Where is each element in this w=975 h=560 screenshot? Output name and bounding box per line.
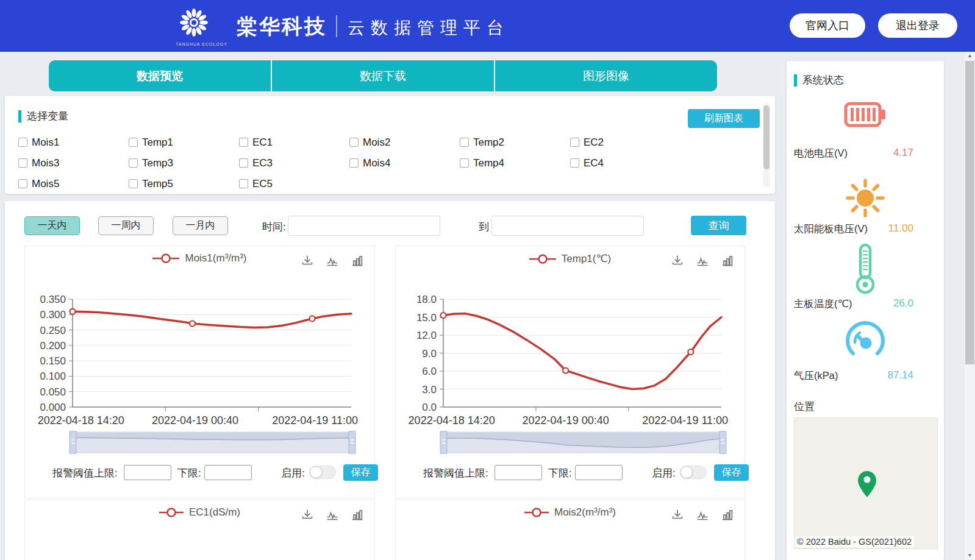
- save-threshold-button[interactable]: 保存: [714, 464, 749, 481]
- line-chart-icon[interactable]: [325, 508, 340, 522]
- checkbox-label: Mois4: [363, 157, 390, 169]
- metric-value: 87.14: [887, 369, 913, 383]
- upper-threshold-label: 报警阈值上限:: [423, 466, 488, 480]
- chart-panel-temp1: Temp1(℃) 0.03.06.09.012.015.018.02022-04…: [395, 246, 745, 498]
- svg-text:15.0: 15.0: [416, 312, 437, 324]
- datazoom-slider[interactable]: [440, 431, 727, 456]
- lower-threshold-input[interactable]: [204, 465, 252, 480]
- variable-checkbox-ec5[interactable]: EC5: [239, 177, 349, 190]
- chart-panel-mois1: Mois1(m³/m³) 0.0000.0500.1000.1500.2000.…: [24, 246, 375, 498]
- range-one-month-button[interactable]: 一月内: [173, 216, 228, 235]
- svg-text:0.350: 0.350: [40, 294, 66, 305]
- variable-checkbox-temp3[interactable]: Temp3: [129, 157, 239, 169]
- line-chart-mois1[interactable]: 0.0000.0500.1000.1500.2000.2500.3000.350…: [25, 271, 376, 438]
- checkbox-icon[interactable]: [129, 138, 138, 147]
- checkbox-label: Temp1: [142, 136, 173, 149]
- upper-threshold-input[interactable]: [124, 465, 171, 480]
- line-chart-temp1[interactable]: 0.03.06.09.012.015.018.02022-04-18 14:20…: [396, 271, 746, 438]
- checkbox-icon[interactable]: [129, 179, 138, 188]
- variable-checkbox-mois2[interactable]: Mois2: [349, 136, 460, 149]
- refresh-charts-button[interactable]: 刷新图表: [688, 109, 760, 128]
- download-icon[interactable]: [300, 253, 315, 268]
- tab-data-download[interactable]: 数据下载: [271, 60, 494, 91]
- bar-chart-icon[interactable]: [720, 508, 735, 522]
- page-scrollbar[interactable]: ▲ ▼: [965, 52, 975, 560]
- download-icon[interactable]: [300, 508, 315, 522]
- enable-toggle[interactable]: [309, 466, 336, 479]
- logout-button[interactable]: 退出登录: [878, 13, 957, 38]
- variable-checkbox-ec3[interactable]: EC3: [239, 157, 349, 169]
- time-to-input[interactable]: [491, 216, 644, 236]
- sun-icon: [787, 175, 944, 221]
- bar-chart-icon[interactable]: [720, 253, 735, 268]
- svg-text:2022-04-18 14:20: 2022-04-18 14:20: [409, 414, 495, 427]
- battery-voltage-row: 电池电压(V) 4.17: [794, 147, 937, 160]
- time-from-input[interactable]: [288, 216, 440, 236]
- checkbox-icon[interactable]: [460, 138, 469, 147]
- datazoom-slider[interactable]: [69, 431, 356, 456]
- line-chart-icon[interactable]: [325, 253, 340, 268]
- chart-toolbox: [300, 508, 365, 522]
- variable-checkbox-temp5[interactable]: Temp5: [129, 177, 239, 190]
- tab-graphics[interactable]: 图形图像: [494, 60, 717, 91]
- checkbox-icon[interactable]: [570, 138, 579, 147]
- line-chart-icon[interactable]: [695, 508, 710, 522]
- page-scrollbar-thumb[interactable]: [965, 61, 974, 364]
- location-map[interactable]: © 2022 Baidu - GS(2021)602: [794, 417, 938, 549]
- checkbox-icon[interactable]: [18, 138, 27, 147]
- toggle-knob[interactable]: [680, 466, 693, 478]
- checkbox-label: EC4: [584, 157, 604, 169]
- variable-checkbox-mois4[interactable]: Mois4: [349, 157, 460, 169]
- variable-checkbox-mois3[interactable]: Mois3: [18, 157, 129, 169]
- svg-text:0.000: 0.000: [40, 402, 66, 413]
- variables-scrollbar[interactable]: [763, 103, 770, 187]
- variable-checkbox-temp1[interactable]: Temp1: [129, 136, 239, 149]
- tab-bar: 数据预览 数据下载 图形图像: [49, 60, 717, 91]
- lower-threshold-input[interactable]: [575, 465, 623, 480]
- flower-logo-icon: [177, 6, 210, 39]
- variable-checkbox-ec2[interactable]: EC2: [570, 136, 680, 149]
- variables-scrollbar-thumb[interactable]: [763, 105, 770, 169]
- download-icon[interactable]: [670, 508, 685, 522]
- query-button[interactable]: 查询: [691, 216, 746, 235]
- checkbox-icon[interactable]: [18, 179, 27, 188]
- checkbox-icon[interactable]: [460, 158, 469, 168]
- checkbox-icon[interactable]: [18, 158, 27, 168]
- variable-checkbox-mois1[interactable]: Mois1: [18, 136, 129, 149]
- checkbox-icon[interactable]: [570, 158, 579, 168]
- variable-checkbox-temp2[interactable]: Temp2: [460, 136, 570, 149]
- enable-toggle[interactable]: [680, 466, 707, 479]
- tab-data-preview[interactable]: 数据预览: [49, 60, 271, 91]
- range-one-day-button[interactable]: 一天内: [24, 216, 80, 235]
- metric-value: 11.00: [888, 222, 913, 236]
- checkbox-icon[interactable]: [239, 138, 248, 147]
- download-icon[interactable]: [670, 253, 685, 268]
- save-threshold-button[interactable]: 保存: [343, 464, 378, 481]
- accent-bar: [794, 74, 797, 87]
- variable-checkbox-ec1[interactable]: EC1: [239, 136, 349, 149]
- location-title: 位置: [794, 400, 815, 414]
- svg-text:0.200: 0.200: [40, 340, 66, 352]
- range-one-week-button[interactable]: 一周内: [98, 216, 154, 235]
- scroll-down-arrow[interactable]: ▼: [965, 551, 975, 560]
- checkbox-icon[interactable]: [349, 158, 359, 168]
- checkbox-icon[interactable]: [239, 179, 248, 188]
- upper-threshold-input[interactable]: [495, 465, 542, 480]
- checkbox-icon[interactable]: [349, 138, 359, 147]
- bar-chart-icon[interactable]: [350, 253, 365, 268]
- variable-checkbox-ec4[interactable]: EC4: [570, 157, 680, 169]
- variable-checkbox-temp4[interactable]: Temp4: [460, 157, 570, 169]
- checkbox-icon[interactable]: [129, 158, 138, 168]
- brand-logo: TANGHUA ECOLOGY: [176, 6, 212, 46]
- variable-checkbox-mois5[interactable]: Mois5: [18, 177, 129, 190]
- checkbox-icon[interactable]: [239, 158, 248, 168]
- battery-icon: [787, 99, 944, 130]
- official-site-button[interactable]: 官网入口: [790, 13, 865, 38]
- checkbox-label: Mois1: [32, 136, 59, 149]
- alarm-threshold-row: 报警阈值上限: 下限: 启用: 保存: [25, 464, 374, 482]
- bar-chart-icon[interactable]: [350, 508, 365, 522]
- toggle-knob[interactable]: [310, 466, 322, 478]
- scroll-up-arrow[interactable]: ▲: [965, 52, 975, 60]
- line-chart-icon[interactable]: [695, 253, 710, 268]
- svg-text:2022-04-19 11:00: 2022-04-19 11:00: [642, 414, 728, 427]
